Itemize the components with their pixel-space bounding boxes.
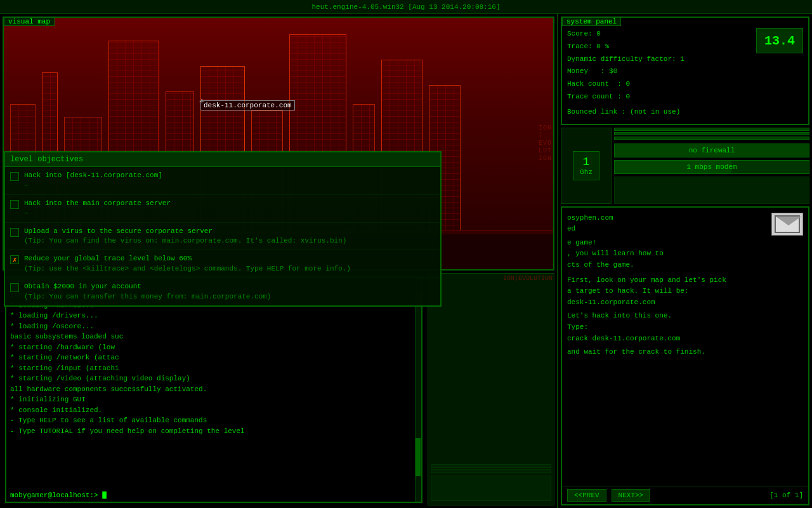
console-prompt: mobygamer@localhost:>: [10, 491, 102, 499]
console-line: * starting /hardware (low: [10, 342, 417, 353]
osyphen-body3: Let's hack into this one.: [567, 311, 803, 322]
osyphen-nav: <<PREV NEXT>> [1 of 1]: [562, 486, 808, 504]
osyphen-content: osyphen.com ed e game! , you will learn …: [562, 208, 808, 486]
bar1: [614, 128, 809, 131]
hw-empty-slot: [614, 177, 809, 204]
objective-item[interactable]: Hack into the main corporate server–: [5, 195, 440, 223]
right-panel: system panel Score: 0 Trace: 0 % Dynamic…: [558, 14, 812, 508]
objective-checkbox[interactable]: [10, 200, 19, 209]
score-line: Score: 0: [567, 28, 751, 41]
console-line: basic subsystems loaded suc: [10, 331, 417, 342]
trace-count-line: Trace count : 0: [567, 91, 751, 104]
osyphen-intro2: , you will learn how to: [567, 248, 803, 260]
objective-text: Hack into the main corporate server–: [24, 199, 171, 218]
cpu-display: 1 Ghz: [573, 151, 599, 180]
trace-line: Trace: 0 %: [567, 41, 751, 53]
evolution-text: ION | EVO LUT ION: [539, 18, 552, 269]
prev-button[interactable]: <<PREV: [567, 489, 606, 502]
main-layout: visual map + desk-11.: [0, 14, 812, 508]
difficulty-line: Dynamic difficulty factor: 1: [567, 53, 751, 66]
osyphen-domain: osyphen.com: [567, 213, 803, 224]
bottom-area: command console loading Evolution OS: ke…: [3, 273, 554, 505]
small-screen-area: ION|EVOLUTION: [428, 273, 554, 505]
console-line: * console initialized.: [10, 405, 417, 416]
system-stats: Score: 0 Trace: 0 % Dynamic difficulty f…: [567, 28, 751, 119]
objective-text: Upload a virus to the secure corporate s…: [24, 227, 346, 246]
visual-map: visual map + desk-11.: [3, 17, 554, 271]
console-cursor: █: [102, 491, 107, 499]
osyphen-intro1: e game!: [567, 237, 803, 249]
system-panel-title: system panel: [562, 17, 621, 26]
command-console: command console loading Evolution OS: ke…: [5, 276, 422, 503]
cpu-ghz: 1: [580, 156, 593, 168]
cpu-area: 1 Ghz: [561, 128, 612, 204]
objective-text: Hack into [desk-11.corporate.com]–: [24, 171, 162, 190]
objective-item[interactable]: Upload a virus to the secure corporate s…: [5, 223, 440, 251]
hack-count-line: Hack count : 0: [567, 78, 751, 91]
evo-text-small: ION|EVOLUTION: [503, 275, 553, 282]
level-objectives-title: level objectives: [5, 152, 440, 167]
cpu-unit: Ghz: [580, 168, 593, 176]
console-input-line[interactable]: mobygamer@localhost:> █: [6, 491, 421, 502]
console-scrollbar[interactable]: [415, 290, 421, 502]
email-icon: [771, 213, 803, 236]
dim-bars: [428, 460, 554, 505]
console-line: * initializing GUI: [10, 394, 417, 405]
osyphen-body4: Type:: [567, 322, 803, 333]
console-line: * loading /drivers...: [10, 311, 417, 321]
top-bar-text: heut.engine-4.05.win32 [Aug 13 2014.20:0…: [311, 3, 500, 11]
objective-checkbox[interactable]: [10, 283, 19, 292]
signal-bars: [614, 128, 809, 140]
map-target-label[interactable]: desk-11.corporate.com: [200, 100, 295, 110]
console-line: * loading /oscore...: [10, 321, 417, 332]
osyphen-intro3: cts of the game.: [567, 260, 803, 271]
objective-item[interactable]: Obtain $2000 in your account(Tip: You ca…: [5, 278, 440, 305]
hardware-panel: 1 Ghz no firewall 1 mbps modem: [561, 128, 809, 204]
osyphen-panel: osyphen.com ed e game! , you will learn …: [561, 206, 809, 505]
objectives-list: Hack into [desk-11.corporate.com]–Hack i…: [5, 167, 440, 305]
bounced-line: Bounced link : (not in use): [567, 106, 751, 119]
objective-checkbox[interactable]: [10, 172, 19, 181]
money-line: Money : $0: [567, 65, 751, 78]
osyphen-target: desk-11.corporate.com: [567, 297, 803, 309]
modem-text: 1 mbps modem: [686, 163, 737, 171]
objective-item[interactable]: Hack into [desk-11.corporate.com]–: [5, 167, 440, 195]
visual-map-title: visual map: [4, 17, 55, 26]
objective-checkbox[interactable]: ✗: [10, 255, 19, 264]
console-line: - Type TUTORIAL if you need help on comp…: [10, 426, 417, 437]
level-objectives-panel: level objectives Hack into [desk-11.corp…: [4, 151, 442, 307]
bar3: [614, 137, 809, 140]
console-line: * starting /input (attachi: [10, 363, 417, 374]
console-output: loading Evolution OS: kerne * loading /k…: [6, 277, 421, 491]
system-panel-content: Score: 0 Trace: 0 % Dynamic difficulty f…: [562, 18, 808, 124]
objective-text: Reduce your global trace level below 60%…: [24, 254, 351, 274]
osyphen-status: ed: [567, 224, 803, 235]
page-indicator: [1 of 1]: [769, 491, 803, 499]
next-button[interactable]: NEXT>>: [612, 489, 651, 502]
system-panel: system panel Score: 0 Trace: 0 % Dynamic…: [561, 17, 809, 125]
score-display: 13.4: [756, 28, 803, 53]
hardware-right: no firewall 1 mbps modem: [614, 128, 809, 204]
osyphen-body1: First, look on your map and let's pick: [567, 275, 803, 286]
objective-checkbox[interactable]: [10, 228, 19, 237]
left-panel: visual map + desk-11.: [0, 14, 558, 508]
scrollbar-thumb[interactable]: [416, 438, 421, 476]
console-line: * starting /network (attac: [10, 352, 417, 363]
modem-item: 1 mbps modem: [614, 160, 809, 174]
console-line: * starting /video (attaching video displ…: [10, 373, 417, 384]
top-bar: heut.engine-4.05.win32 [Aug 13 2014.20:0…: [0, 0, 812, 14]
console-line: - Type HELP to see a list of available c…: [10, 415, 417, 426]
osyphen-body5: and wait for the crack to finish.: [567, 347, 803, 358]
osyphen-command: crack desk-11.corporate.com: [567, 333, 803, 345]
no-firewall-text: no firewall: [689, 147, 735, 154]
objective-item[interactable]: ✗Reduce your global trace level below 60…: [5, 250, 440, 278]
no-firewall-item: no firewall: [614, 144, 809, 157]
bar2: [614, 132, 809, 135]
console-line: all hardware components successfully act…: [10, 384, 417, 395]
envelope: [775, 215, 800, 233]
osyphen-body2: a target to hack. It will be:: [567, 286, 803, 297]
objective-text: Obtain $2000 in your account(Tip: You ca…: [24, 282, 271, 302]
